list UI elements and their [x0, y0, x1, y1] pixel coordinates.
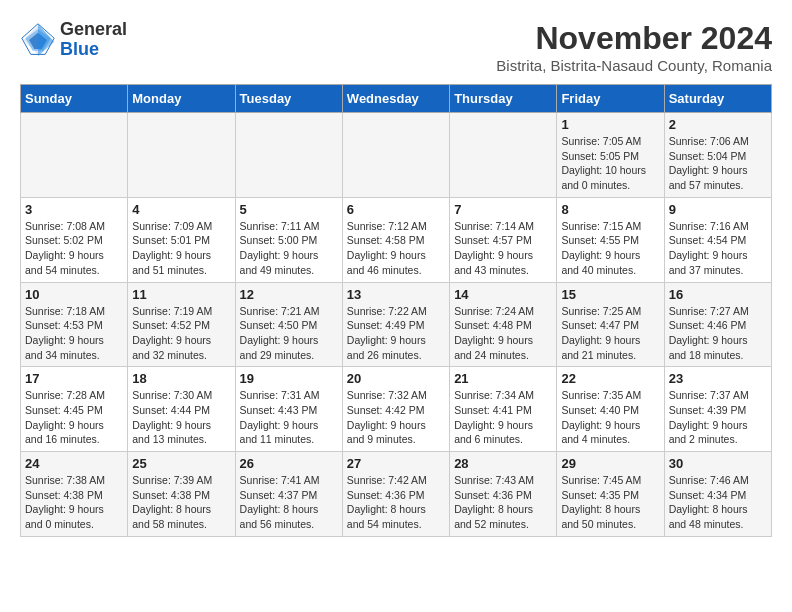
- day-number: 10: [25, 287, 123, 302]
- day-number: 8: [561, 202, 659, 217]
- day-cell: 18Sunrise: 7:30 AM Sunset: 4:44 PM Dayli…: [128, 367, 235, 452]
- day-number: 22: [561, 371, 659, 386]
- weekday-header-saturday: Saturday: [664, 85, 771, 113]
- day-number: 4: [132, 202, 230, 217]
- day-number: 6: [347, 202, 445, 217]
- day-info: Sunrise: 7:27 AM Sunset: 4:46 PM Dayligh…: [669, 304, 767, 363]
- day-cell: 24Sunrise: 7:38 AM Sunset: 4:38 PM Dayli…: [21, 452, 128, 537]
- day-info: Sunrise: 7:46 AM Sunset: 4:34 PM Dayligh…: [669, 473, 767, 532]
- day-cell: [450, 113, 557, 198]
- day-number: 9: [669, 202, 767, 217]
- month-title: November 2024: [496, 20, 772, 57]
- day-cell: [342, 113, 449, 198]
- day-cell: [235, 113, 342, 198]
- day-cell: 11Sunrise: 7:19 AM Sunset: 4:52 PM Dayli…: [128, 282, 235, 367]
- day-cell: 16Sunrise: 7:27 AM Sunset: 4:46 PM Dayli…: [664, 282, 771, 367]
- day-info: Sunrise: 7:21 AM Sunset: 4:50 PM Dayligh…: [240, 304, 338, 363]
- day-info: Sunrise: 7:15 AM Sunset: 4:55 PM Dayligh…: [561, 219, 659, 278]
- day-number: 26: [240, 456, 338, 471]
- day-cell: 27Sunrise: 7:42 AM Sunset: 4:36 PM Dayli…: [342, 452, 449, 537]
- day-number: 14: [454, 287, 552, 302]
- weekday-header-sunday: Sunday: [21, 85, 128, 113]
- day-number: 5: [240, 202, 338, 217]
- day-cell: 23Sunrise: 7:37 AM Sunset: 4:39 PM Dayli…: [664, 367, 771, 452]
- title-area: November 2024 Bistrita, Bistrita-Nasaud …: [496, 20, 772, 74]
- day-cell: 20Sunrise: 7:32 AM Sunset: 4:42 PM Dayli…: [342, 367, 449, 452]
- day-number: 23: [669, 371, 767, 386]
- day-number: 27: [347, 456, 445, 471]
- day-cell: 12Sunrise: 7:21 AM Sunset: 4:50 PM Dayli…: [235, 282, 342, 367]
- day-cell: 19Sunrise: 7:31 AM Sunset: 4:43 PM Dayli…: [235, 367, 342, 452]
- day-cell: 7Sunrise: 7:14 AM Sunset: 4:57 PM Daylig…: [450, 197, 557, 282]
- day-cell: 26Sunrise: 7:41 AM Sunset: 4:37 PM Dayli…: [235, 452, 342, 537]
- day-number: 29: [561, 456, 659, 471]
- day-number: 17: [25, 371, 123, 386]
- day-number: 12: [240, 287, 338, 302]
- day-number: 24: [25, 456, 123, 471]
- day-info: Sunrise: 7:25 AM Sunset: 4:47 PM Dayligh…: [561, 304, 659, 363]
- day-cell: 1Sunrise: 7:05 AM Sunset: 5:05 PM Daylig…: [557, 113, 664, 198]
- day-number: 20: [347, 371, 445, 386]
- day-info: Sunrise: 7:14 AM Sunset: 4:57 PM Dayligh…: [454, 219, 552, 278]
- day-info: Sunrise: 7:45 AM Sunset: 4:35 PM Dayligh…: [561, 473, 659, 532]
- day-info: Sunrise: 7:32 AM Sunset: 4:42 PM Dayligh…: [347, 388, 445, 447]
- day-number: 25: [132, 456, 230, 471]
- day-info: Sunrise: 7:35 AM Sunset: 4:40 PM Dayligh…: [561, 388, 659, 447]
- calendar: SundayMondayTuesdayWednesdayThursdayFrid…: [20, 84, 772, 537]
- day-cell: 28Sunrise: 7:43 AM Sunset: 4:36 PM Dayli…: [450, 452, 557, 537]
- day-cell: 9Sunrise: 7:16 AM Sunset: 4:54 PM Daylig…: [664, 197, 771, 282]
- day-info: Sunrise: 7:42 AM Sunset: 4:36 PM Dayligh…: [347, 473, 445, 532]
- day-info: Sunrise: 7:34 AM Sunset: 4:41 PM Dayligh…: [454, 388, 552, 447]
- day-info: Sunrise: 7:24 AM Sunset: 4:48 PM Dayligh…: [454, 304, 552, 363]
- logo-text: General Blue: [60, 20, 127, 60]
- day-info: Sunrise: 7:19 AM Sunset: 4:52 PM Dayligh…: [132, 304, 230, 363]
- day-number: 21: [454, 371, 552, 386]
- day-info: Sunrise: 7:18 AM Sunset: 4:53 PM Dayligh…: [25, 304, 123, 363]
- day-cell: [128, 113, 235, 198]
- week-row-3: 10Sunrise: 7:18 AM Sunset: 4:53 PM Dayli…: [21, 282, 772, 367]
- day-cell: 30Sunrise: 7:46 AM Sunset: 4:34 PM Dayli…: [664, 452, 771, 537]
- day-cell: 5Sunrise: 7:11 AM Sunset: 5:00 PM Daylig…: [235, 197, 342, 282]
- day-cell: 14Sunrise: 7:24 AM Sunset: 4:48 PM Dayli…: [450, 282, 557, 367]
- day-info: Sunrise: 7:09 AM Sunset: 5:01 PM Dayligh…: [132, 219, 230, 278]
- weekday-header-row: SundayMondayTuesdayWednesdayThursdayFrid…: [21, 85, 772, 113]
- day-cell: 22Sunrise: 7:35 AM Sunset: 4:40 PM Dayli…: [557, 367, 664, 452]
- day-cell: 15Sunrise: 7:25 AM Sunset: 4:47 PM Dayli…: [557, 282, 664, 367]
- day-info: Sunrise: 7:41 AM Sunset: 4:37 PM Dayligh…: [240, 473, 338, 532]
- weekday-header-tuesday: Tuesday: [235, 85, 342, 113]
- day-number: 7: [454, 202, 552, 217]
- logo-blue: Blue: [60, 40, 127, 60]
- day-cell: 3Sunrise: 7:08 AM Sunset: 5:02 PM Daylig…: [21, 197, 128, 282]
- weekday-header-wednesday: Wednesday: [342, 85, 449, 113]
- subtitle: Bistrita, Bistrita-Nasaud County, Romani…: [496, 57, 772, 74]
- day-cell: 21Sunrise: 7:34 AM Sunset: 4:41 PM Dayli…: [450, 367, 557, 452]
- week-row-4: 17Sunrise: 7:28 AM Sunset: 4:45 PM Dayli…: [21, 367, 772, 452]
- day-info: Sunrise: 7:28 AM Sunset: 4:45 PM Dayligh…: [25, 388, 123, 447]
- day-info: Sunrise: 7:37 AM Sunset: 4:39 PM Dayligh…: [669, 388, 767, 447]
- day-cell: 17Sunrise: 7:28 AM Sunset: 4:45 PM Dayli…: [21, 367, 128, 452]
- logo: General Blue: [20, 20, 127, 60]
- day-info: Sunrise: 7:12 AM Sunset: 4:58 PM Dayligh…: [347, 219, 445, 278]
- weekday-header-thursday: Thursday: [450, 85, 557, 113]
- day-info: Sunrise: 7:22 AM Sunset: 4:49 PM Dayligh…: [347, 304, 445, 363]
- week-row-1: 1Sunrise: 7:05 AM Sunset: 5:05 PM Daylig…: [21, 113, 772, 198]
- day-info: Sunrise: 7:39 AM Sunset: 4:38 PM Dayligh…: [132, 473, 230, 532]
- day-info: Sunrise: 7:30 AM Sunset: 4:44 PM Dayligh…: [132, 388, 230, 447]
- day-cell: 8Sunrise: 7:15 AM Sunset: 4:55 PM Daylig…: [557, 197, 664, 282]
- day-info: Sunrise: 7:16 AM Sunset: 4:54 PM Dayligh…: [669, 219, 767, 278]
- day-cell: [21, 113, 128, 198]
- day-info: Sunrise: 7:43 AM Sunset: 4:36 PM Dayligh…: [454, 473, 552, 532]
- day-info: Sunrise: 7:08 AM Sunset: 5:02 PM Dayligh…: [25, 219, 123, 278]
- day-cell: 2Sunrise: 7:06 AM Sunset: 5:04 PM Daylig…: [664, 113, 771, 198]
- day-cell: 25Sunrise: 7:39 AM Sunset: 4:38 PM Dayli…: [128, 452, 235, 537]
- day-cell: 29Sunrise: 7:45 AM Sunset: 4:35 PM Dayli…: [557, 452, 664, 537]
- day-number: 2: [669, 117, 767, 132]
- day-info: Sunrise: 7:05 AM Sunset: 5:05 PM Dayligh…: [561, 134, 659, 193]
- logo-general: General: [60, 20, 127, 40]
- logo-icon: [20, 22, 56, 58]
- weekday-header-monday: Monday: [128, 85, 235, 113]
- day-number: 15: [561, 287, 659, 302]
- week-row-2: 3Sunrise: 7:08 AM Sunset: 5:02 PM Daylig…: [21, 197, 772, 282]
- day-number: 19: [240, 371, 338, 386]
- day-cell: 6Sunrise: 7:12 AM Sunset: 4:58 PM Daylig…: [342, 197, 449, 282]
